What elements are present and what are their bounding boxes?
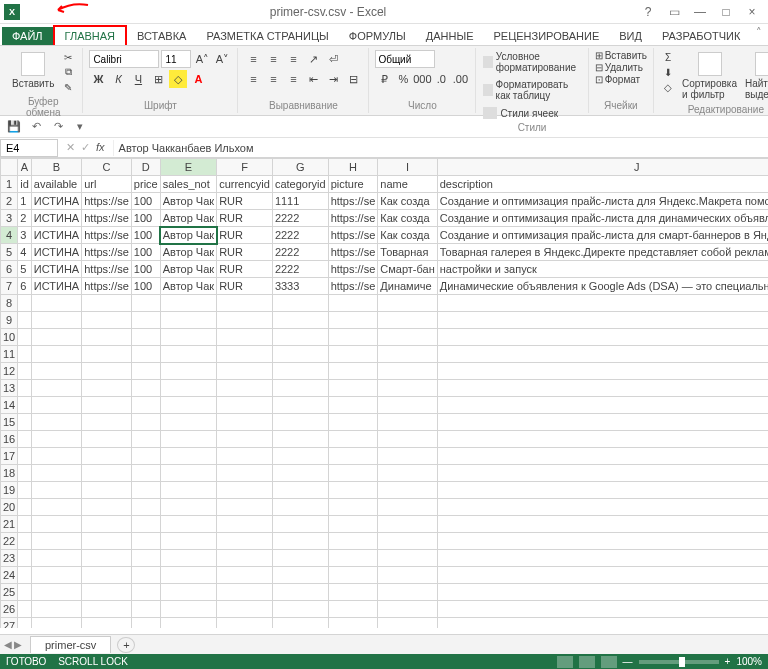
cell[interactable]: Автор Чак xyxy=(160,261,216,278)
cell[interactable] xyxy=(272,465,328,482)
cell[interactable] xyxy=(378,397,437,414)
wrap-text-button[interactable]: ⏎ xyxy=(324,50,342,68)
conditional-formatting-button[interactable]: Условное форматирование xyxy=(482,50,581,74)
cell[interactable]: Товарная галерея в Яндекс.Директе предст… xyxy=(437,244,768,261)
cell[interactable] xyxy=(378,533,437,550)
increase-font-button[interactable]: A˄ xyxy=(193,50,211,68)
cell[interactable] xyxy=(378,482,437,499)
cell[interactable] xyxy=(437,414,768,431)
cell[interactable] xyxy=(437,601,768,618)
cell[interactable]: Автор Чак xyxy=(160,227,216,244)
tab-developer[interactable]: РАЗРАБОТЧИК xyxy=(652,27,750,45)
save-button[interactable]: 💾 xyxy=(6,119,22,135)
cell[interactable]: 5 xyxy=(18,261,32,278)
cell[interactable] xyxy=(378,329,437,346)
collapse-ribbon-icon[interactable]: ˄ xyxy=(756,26,762,39)
col-header-D[interactable]: D xyxy=(131,159,160,176)
cell[interactable] xyxy=(18,295,32,312)
cell[interactable] xyxy=(272,329,328,346)
cell[interactable] xyxy=(18,346,32,363)
row-header[interactable]: 26 xyxy=(1,601,18,618)
cell[interactable] xyxy=(82,397,132,414)
cell[interactable] xyxy=(437,346,768,363)
increase-indent-button[interactable]: ⇥ xyxy=(324,70,342,88)
cell[interactable] xyxy=(217,550,273,567)
align-top-button[interactable]: ≡ xyxy=(244,50,262,68)
cell[interactable] xyxy=(217,431,273,448)
bold-button[interactable]: Ж xyxy=(89,70,107,88)
cell[interactable] xyxy=(272,482,328,499)
cell[interactable] xyxy=(272,516,328,533)
cell[interactable]: url xyxy=(82,176,132,193)
cell[interactable]: https://se xyxy=(328,227,378,244)
cell[interactable] xyxy=(272,618,328,629)
cell[interactable] xyxy=(217,533,273,550)
cell[interactable]: https://se xyxy=(82,227,132,244)
tab-insert[interactable]: ВСТАВКА xyxy=(127,27,196,45)
cell[interactable] xyxy=(31,465,81,482)
cell[interactable]: Автор Чак xyxy=(160,193,216,210)
cell[interactable] xyxy=(18,618,32,629)
cell[interactable]: https://se xyxy=(328,244,378,261)
cell[interactable] xyxy=(328,601,378,618)
cell[interactable] xyxy=(82,533,132,550)
cell[interactable]: 2222 xyxy=(272,227,328,244)
underline-button[interactable]: Ч xyxy=(129,70,147,88)
cell[interactable] xyxy=(378,465,437,482)
cell[interactable]: Автор Чак xyxy=(160,278,216,295)
format-as-table-button[interactable]: Форматировать как таблицу xyxy=(482,78,581,102)
cell[interactable]: https://se xyxy=(82,193,132,210)
insert-function-button[interactable]: fx xyxy=(96,141,105,154)
row-header[interactable]: 24 xyxy=(1,567,18,584)
cell[interactable] xyxy=(328,482,378,499)
cell[interactable] xyxy=(272,499,328,516)
orientation-button[interactable]: ↗ xyxy=(304,50,322,68)
tab-home[interactable]: ГЛАВНАЯ xyxy=(53,25,127,45)
cell[interactable]: Смарт-бан xyxy=(378,261,437,278)
copy-button[interactable]: ⧉ xyxy=(60,65,76,79)
cell[interactable] xyxy=(131,380,160,397)
cell[interactable] xyxy=(160,431,216,448)
cell[interactable] xyxy=(437,329,768,346)
row-header[interactable]: 25 xyxy=(1,584,18,601)
enter-formula-icon[interactable]: ✓ xyxy=(81,141,90,154)
cell[interactable] xyxy=(131,499,160,516)
col-header-G[interactable]: G xyxy=(272,159,328,176)
cell[interactable]: Создание и оптимизация прайс-листа для д… xyxy=(437,210,768,227)
cell[interactable] xyxy=(82,414,132,431)
fill-color-button[interactable]: ◇ xyxy=(169,70,187,88)
cell[interactable] xyxy=(18,516,32,533)
cell[interactable] xyxy=(217,584,273,601)
cell[interactable] xyxy=(160,346,216,363)
cut-button[interactable]: ✂ xyxy=(60,50,76,64)
select-all-cell[interactable] xyxy=(1,159,18,176)
cell[interactable] xyxy=(378,431,437,448)
cell[interactable] xyxy=(328,363,378,380)
row-header[interactable]: 14 xyxy=(1,397,18,414)
col-header-H[interactable]: H xyxy=(328,159,378,176)
cell[interactable] xyxy=(131,550,160,567)
cell[interactable]: Как созда xyxy=(378,227,437,244)
cell[interactable] xyxy=(82,482,132,499)
cell[interactable] xyxy=(82,550,132,567)
cell[interactable] xyxy=(217,329,273,346)
cell[interactable] xyxy=(160,465,216,482)
row-header[interactable]: 12 xyxy=(1,363,18,380)
col-header-I[interactable]: I xyxy=(378,159,437,176)
cell[interactable] xyxy=(82,380,132,397)
row-header[interactable]: 16 xyxy=(1,431,18,448)
cell[interactable] xyxy=(328,448,378,465)
cell[interactable] xyxy=(437,550,768,567)
cell[interactable] xyxy=(217,601,273,618)
cell[interactable] xyxy=(378,516,437,533)
cell[interactable] xyxy=(217,448,273,465)
cell[interactable] xyxy=(437,499,768,516)
cell[interactable] xyxy=(217,618,273,629)
cell[interactable] xyxy=(160,533,216,550)
cell[interactable] xyxy=(82,516,132,533)
cell[interactable]: price xyxy=(131,176,160,193)
cell[interactable] xyxy=(31,329,81,346)
font-color-button[interactable]: A xyxy=(189,70,207,88)
cell[interactable] xyxy=(82,601,132,618)
cell[interactable]: sales_not xyxy=(160,176,216,193)
